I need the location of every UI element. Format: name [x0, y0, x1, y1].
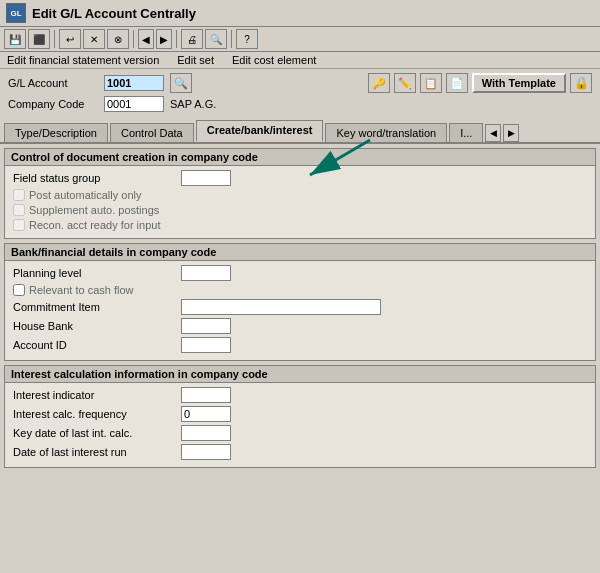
- separator2: [133, 30, 134, 48]
- recon-acct-label: Recon. acct ready for input: [29, 219, 160, 231]
- help-btn[interactable]: ?: [236, 29, 258, 49]
- account-id-label: Account ID: [13, 339, 173, 351]
- menu-bar: Edit financial statement version Edit se…: [0, 52, 600, 69]
- copy-icon[interactable]: 📋: [420, 73, 442, 93]
- menu-edit-fin-stmt[interactable]: Edit financial statement version: [4, 53, 162, 67]
- house-bank-row: House Bank: [13, 318, 587, 334]
- find-btn[interactable]: 🔍: [205, 29, 227, 49]
- relevant-cash-flow-checkbox[interactable]: [13, 284, 25, 296]
- tab-create-bank-interest[interactable]: Create/bank/interest: [196, 120, 324, 142]
- section2-header: Bank/financial details in company code: [5, 244, 595, 261]
- post-auto-checkbox[interactable]: [13, 189, 25, 201]
- app-icon: GL: [6, 3, 26, 23]
- separator4: [231, 30, 232, 48]
- interest-calc-freq-row: Interest calc. frequency: [13, 406, 587, 422]
- save-button[interactable]: 💾: [4, 29, 26, 49]
- tabs-wrapper: Type/Description Control Data Create/ban…: [0, 116, 600, 144]
- commitment-item-label: Commitment Item: [13, 301, 173, 313]
- date-last-interest-run-label: Date of last interest run: [13, 446, 173, 458]
- commitment-item-input[interactable]: [181, 299, 381, 315]
- section-document-control: Control of document creation in company …: [4, 148, 596, 239]
- planning-level-input[interactable]: [181, 265, 231, 281]
- header-right-buttons: 🔑 ✏️ 📋 📄 With Template 🔒: [368, 73, 592, 93]
- commitment-item-row: Commitment Item: [13, 299, 587, 315]
- nav-next-btn[interactable]: ▶: [156, 29, 172, 49]
- tabs-scroll-right[interactable]: ▶: [503, 124, 519, 142]
- edit-icon[interactable]: ✏️: [394, 73, 416, 93]
- supplement-auto-label: Supplement auto. postings: [29, 204, 159, 216]
- separator1: [54, 30, 55, 48]
- tab-type-description[interactable]: Type/Description: [4, 123, 108, 142]
- gl-account-label: G/L Account: [8, 77, 98, 89]
- interest-calc-freq-input[interactable]: [181, 406, 231, 422]
- supplement-auto-row: Supplement auto. postings: [13, 204, 587, 216]
- menu-edit-cost-elem[interactable]: Edit cost element: [229, 53, 319, 67]
- field-status-group-label: Field status group: [13, 172, 173, 184]
- section1-header: Control of document creation in company …: [5, 149, 595, 166]
- with-template-button[interactable]: With Template: [472, 73, 566, 93]
- company-code-input[interactable]: [104, 96, 164, 112]
- house-bank-input[interactable]: [181, 318, 231, 334]
- tabs-container: Type/Description Control Data Create/ban…: [0, 116, 600, 144]
- field-status-group-input[interactable]: [181, 170, 231, 186]
- interest-calc-freq-label: Interest calc. frequency: [13, 408, 173, 420]
- account-id-input[interactable]: [181, 337, 231, 353]
- planning-level-row: Planning level: [13, 265, 587, 281]
- key-icon[interactable]: 🔑: [368, 73, 390, 93]
- section-bank-financial: Bank/financial details in company code P…: [4, 243, 596, 361]
- gl-account-header: G/L Account 🔍 🔑 ✏️ 📋 📄 With Template 🔒 C…: [0, 69, 600, 116]
- section3-body: Interest indicator Interest calc. freque…: [5, 383, 595, 467]
- window-title: Edit G/L Account Centrally: [32, 6, 196, 21]
- relevant-cash-flow-row: Relevant to cash flow: [13, 284, 587, 296]
- field-status-group-row: Field status group: [13, 170, 587, 186]
- key-date-last-int-input[interactable]: [181, 425, 231, 441]
- cancel-btn[interactable]: ⊗: [107, 29, 129, 49]
- back-btn[interactable]: ↩: [59, 29, 81, 49]
- nav-prev-btn[interactable]: ◀: [138, 29, 154, 49]
- company-code-name: SAP A.G.: [170, 98, 216, 110]
- interest-indicator-row: Interest indicator: [13, 387, 587, 403]
- tab-keyword-translation[interactable]: Key word/translation: [325, 123, 447, 142]
- menu-edit-set[interactable]: Edit set: [174, 53, 217, 67]
- separator3: [176, 30, 177, 48]
- key-date-last-int-label: Key date of last int. calc.: [13, 427, 173, 439]
- company-code-label: Company Code: [8, 98, 98, 110]
- shortcut-btn1[interactable]: ⬛: [28, 29, 50, 49]
- interest-indicator-input[interactable]: [181, 387, 231, 403]
- doc-icon[interactable]: 📄: [446, 73, 468, 93]
- main-content: Control of document creation in company …: [0, 144, 600, 487]
- toolbar-row1: 💾 ⬛ ↩ ✕ ⊗ ◀ ▶ 🖨 🔍 ?: [0, 27, 600, 52]
- tab-i-dots[interactable]: I...: [449, 123, 483, 142]
- planning-level-label: Planning level: [13, 267, 173, 279]
- tab-control-data[interactable]: Control Data: [110, 123, 194, 142]
- section2-body: Planning level Relevant to cash flow Com…: [5, 261, 595, 360]
- interest-indicator-label: Interest indicator: [13, 389, 173, 401]
- gl-account-search-icon[interactable]: 🔍: [170, 73, 192, 93]
- relevant-cash-flow-label: Relevant to cash flow: [29, 284, 134, 296]
- post-auto-row: Post automatically only: [13, 189, 587, 201]
- section1-body: Field status group Post automatically on…: [5, 166, 595, 238]
- date-last-interest-run-input[interactable]: [181, 444, 231, 460]
- recon-acct-checkbox[interactable]: [13, 219, 25, 231]
- post-auto-label: Post automatically only: [29, 189, 142, 201]
- section3-header: Interest calculation information in comp…: [5, 366, 595, 383]
- section-interest-calc: Interest calculation information in comp…: [4, 365, 596, 468]
- recon-acct-row: Recon. acct ready for input: [13, 219, 587, 231]
- key-date-last-int-row: Key date of last int. calc.: [13, 425, 587, 441]
- print-btn[interactable]: 🖨: [181, 29, 203, 49]
- title-bar: GL Edit G/L Account Centrally: [0, 0, 600, 27]
- tabs-scroll-left[interactable]: ◀: [485, 124, 501, 142]
- house-bank-label: House Bank: [13, 320, 173, 332]
- gl-account-input[interactable]: [104, 75, 164, 91]
- account-id-row: Account ID: [13, 337, 587, 353]
- exit-btn[interactable]: ✕: [83, 29, 105, 49]
- supplement-auto-checkbox[interactable]: [13, 204, 25, 216]
- date-last-interest-run-row: Date of last interest run: [13, 444, 587, 460]
- lock-icon[interactable]: 🔒: [570, 73, 592, 93]
